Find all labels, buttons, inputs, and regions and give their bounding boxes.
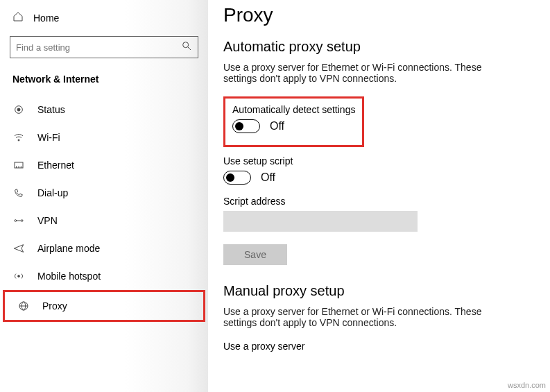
- sidebar-item-label: Wi-Fi: [37, 132, 60, 143]
- vpn-icon: [12, 215, 25, 226]
- home-button[interactable]: Home: [0, 7, 208, 29]
- proxy-icon: [17, 300, 30, 312]
- ethernet-icon: [12, 160, 25, 171]
- sidebar-item-ethernet[interactable]: Ethernet: [0, 151, 208, 179]
- sidebar-item-label: Dial-up: [37, 187, 68, 198]
- page-title: Proxy: [223, 4, 535, 26]
- svg-point-3: [17, 108, 20, 111]
- main-content: Proxy Automatic proxy setup Use a proxy …: [208, 0, 550, 392]
- setup-script-toggle[interactable]: [223, 171, 251, 185]
- svg-point-10: [21, 220, 23, 222]
- auto-detect-state: Off: [270, 120, 284, 133]
- save-button[interactable]: Save: [223, 244, 287, 265]
- svg-point-4: [18, 139, 19, 141]
- sidebar: Home Network & Internet Status Wi-Fi Eth…: [0, 0, 208, 392]
- sidebar-item-label: Airplane mode: [37, 243, 100, 254]
- sidebar-item-airplane[interactable]: Airplane mode: [0, 235, 208, 262]
- auto-detect-highlight: Automatically detect settings Off: [223, 96, 364, 147]
- manual-section-desc: Use a proxy server for Ethernet or Wi-Fi…: [223, 306, 515, 328]
- hotspot-icon: [12, 271, 25, 282]
- sidebar-item-label: Mobile hotspot: [37, 271, 101, 282]
- svg-point-0: [183, 42, 189, 48]
- sidebar-item-label: VPN: [37, 215, 58, 226]
- auto-detect-label: Automatically detect settings: [232, 104, 355, 115]
- script-address-input[interactable]: [223, 211, 418, 232]
- search-icon: [181, 40, 192, 54]
- sidebar-item-hotspot[interactable]: Mobile hotspot: [0, 262, 208, 290]
- use-proxy-label: Use a proxy server: [223, 341, 535, 352]
- home-label: Home: [33, 12, 59, 24]
- auto-section-desc: Use a proxy server for Ethernet or Wi-Fi…: [223, 62, 515, 84]
- section-header: Network & Internet: [0, 71, 208, 96]
- home-icon: [12, 11, 24, 25]
- sidebar-item-label: Proxy: [42, 300, 67, 312]
- dialup-icon: [12, 187, 25, 198]
- svg-point-12: [18, 275, 20, 278]
- setup-script-label: Use setup script: [223, 155, 535, 167]
- sidebar-item-vpn[interactable]: VPN: [0, 207, 208, 235]
- auto-detect-toggle[interactable]: [232, 119, 260, 133]
- manual-section-heading: Manual proxy setup: [223, 283, 535, 299]
- svg-line-1: [188, 47, 191, 50]
- svg-point-9: [15, 220, 17, 222]
- search-input[interactable]: [16, 42, 181, 53]
- sidebar-item-label: Status: [37, 104, 65, 115]
- sidebar-item-label: Ethernet: [37, 160, 74, 171]
- watermark: wsxdn.com: [508, 381, 546, 389]
- search-input-container[interactable]: [10, 36, 198, 58]
- script-address-label: Script address: [223, 196, 535, 207]
- setup-script-state: Off: [261, 171, 275, 184]
- sidebar-item-status[interactable]: Status: [0, 96, 208, 123]
- auto-section-heading: Automatic proxy setup: [223, 39, 535, 55]
- sidebar-item-dialup[interactable]: Dial-up: [0, 179, 208, 207]
- status-icon: [12, 104, 25, 115]
- sidebar-item-proxy[interactable]: Proxy: [3, 290, 205, 322]
- sidebar-item-wifi[interactable]: Wi-Fi: [0, 123, 208, 151]
- airplane-icon: [12, 243, 25, 254]
- wifi-icon: [12, 132, 25, 143]
